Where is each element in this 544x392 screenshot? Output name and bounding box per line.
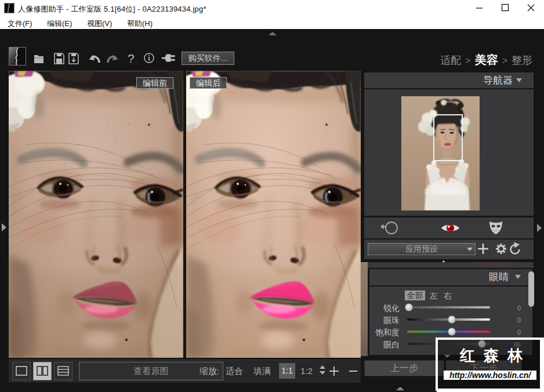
svg-text:IX LINGDONG: IX LINGDONG (423, 188, 466, 195)
svg-text:?: ? (128, 52, 135, 65)
